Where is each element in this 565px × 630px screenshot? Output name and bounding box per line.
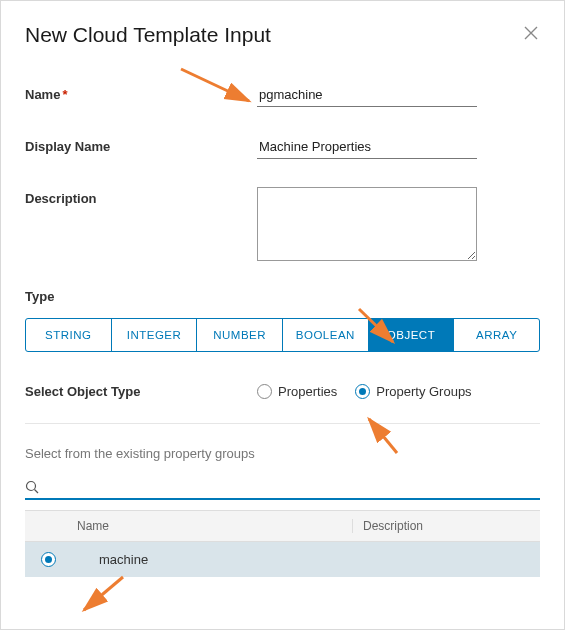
table-header-name: Name <box>71 519 353 533</box>
name-label: Name* <box>25 83 257 102</box>
name-input[interactable] <box>257 83 477 107</box>
type-tab-number[interactable]: NUMBER <box>197 319 283 351</box>
radio-property-groups-label: Property Groups <box>376 384 471 399</box>
description-input[interactable] <box>257 187 477 261</box>
divider <box>25 423 540 424</box>
close-icon[interactable] <box>522 23 540 45</box>
type-tab-object[interactable]: OBJECT <box>369 319 455 351</box>
dialog-title: New Cloud Template Input <box>25 23 271 47</box>
search-wrap[interactable] <box>25 479 540 500</box>
type-tabs: STRING INTEGER NUMBER BOOLEAN OBJECT ARR… <box>25 318 540 352</box>
radio-property-groups[interactable]: Property Groups <box>355 384 471 399</box>
svg-line-5 <box>84 577 123 610</box>
pg-section-text: Select from the existing property groups <box>25 446 540 461</box>
type-tab-array[interactable]: ARRAY <box>454 319 539 351</box>
display-name-label: Display Name <box>25 135 257 154</box>
search-icon <box>25 480 39 494</box>
svg-line-1 <box>35 489 39 493</box>
table-header: Name Description <box>25 510 540 542</box>
description-label: Description <box>25 187 257 206</box>
type-tab-boolean[interactable]: BOOLEAN <box>283 319 369 351</box>
svg-point-0 <box>27 481 36 490</box>
table-cell-name: machine <box>71 552 353 567</box>
table-row[interactable]: machine <box>25 542 540 577</box>
type-label: Type <box>25 289 540 304</box>
radio-properties[interactable]: Properties <box>257 384 337 399</box>
object-type-label: Select Object Type <box>25 384 257 399</box>
radio-properties-label: Properties <box>278 384 337 399</box>
display-name-input[interactable] <box>257 135 477 159</box>
type-tab-string[interactable]: STRING <box>26 319 112 351</box>
type-tab-integer[interactable]: INTEGER <box>112 319 198 351</box>
search-input[interactable] <box>39 479 540 494</box>
row-radio-icon[interactable] <box>41 552 56 567</box>
table-header-description: Description <box>353 519 540 533</box>
